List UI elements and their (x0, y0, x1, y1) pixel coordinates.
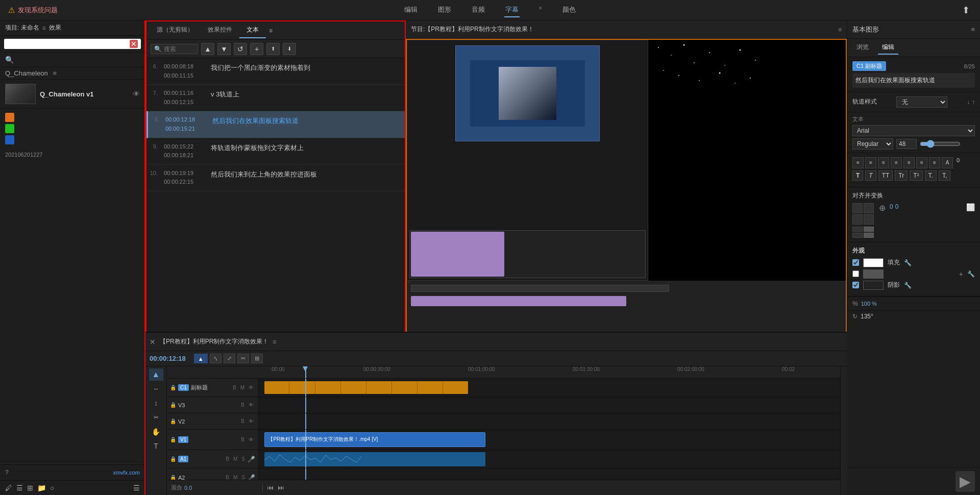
align-bottom-btn[interactable]: ≡ (929, 157, 940, 168)
v1-btn1[interactable]: B (239, 436, 246, 443)
menu-color[interactable]: 颜色 (561, 3, 577, 17)
eye-icon[interactable]: 👁 (133, 90, 140, 98)
website-link[interactable]: xmvfx.com (113, 469, 140, 476)
a1-clip[interactable] (264, 452, 485, 466)
timeline-menu-icon[interactable]: ≡ (273, 338, 276, 345)
timeline-prev-btn[interactable]: ⏮ (267, 484, 274, 491)
stroke-checkbox[interactable] (852, 270, 859, 277)
v1-btn2[interactable]: 👁 (247, 436, 255, 443)
close-icon[interactable]: ✕ (130, 40, 138, 48)
tool-roll-btn[interactable]: ⤢ (224, 354, 235, 363)
c1-btn1[interactable]: B (231, 384, 238, 391)
tool-razor-btn[interactable]: ✂ (237, 354, 249, 363)
expand-icon[interactable]: ⬜ (966, 203, 975, 225)
subtitle-item-7[interactable]: 7. 00:00:11:16 00:00:12:15 v 3轨道上 (146, 85, 405, 111)
grid-br[interactable] (864, 214, 874, 225)
lock-icon-v3[interactable]: 🔒 (170, 402, 176, 408)
subtitle-search-input[interactable] (164, 45, 194, 53)
allcaps-btn[interactable]: TT (878, 170, 893, 181)
bold-btn[interactable]: T (852, 170, 863, 181)
tool-ripple[interactable]: ↔ (149, 383, 163, 395)
chameleon-item[interactable]: Q_Chameleon v1 👁 (0, 80, 145, 109)
grid-tl[interactable] (852, 203, 863, 213)
arrow-down-icon[interactable]: ↓ (967, 98, 970, 106)
tab-browse[interactable]: 浏览 (852, 41, 873, 55)
menu-icon2[interactable]: ☰ (133, 484, 140, 492)
btn-up[interactable]: ▲ (201, 43, 214, 55)
clip-menu-icon[interactable]: ≡ (53, 69, 57, 77)
c1-btn2[interactable]: M (239, 384, 246, 391)
menu-audio[interactable]: 音频 (471, 3, 486, 17)
area-custom[interactable] (864, 233, 874, 238)
menu-icon3[interactable]: ≡ (838, 26, 842, 33)
effect-label[interactable]: 效果 (49, 23, 61, 32)
area-full[interactable] (864, 227, 874, 232)
btn-scroll-down[interactable]: ⬇ (283, 43, 296, 55)
timeline-close-btn[interactable]: ✕ (150, 338, 156, 346)
font-size-input[interactable] (896, 139, 917, 149)
color-orange[interactable] (5, 113, 14, 122)
menu-graphic[interactable]: 图形 (437, 3, 452, 17)
area-bottom[interactable] (852, 233, 863, 238)
list-icon[interactable]: ☰ (16, 484, 23, 492)
font-select[interactable]: Arial (852, 125, 975, 136)
tab-text[interactable]: 文本 (239, 22, 266, 38)
subtitle-text-box[interactable]: 然后我们在效果面板搜索轨道 (852, 73, 975, 88)
play-preview-icon[interactable]: ▶ (955, 471, 975, 492)
circle-icon[interactable]: ○ (50, 484, 54, 492)
btn-scroll-up[interactable]: ⬆ (266, 43, 280, 55)
lock-icon-c1[interactable]: 🔒 (170, 385, 176, 390)
eyedropper-icon[interactable]: 🔧 (904, 259, 912, 266)
fill-color-swatch[interactable] (863, 258, 884, 267)
align-extra-btn[interactable]: A (942, 157, 953, 168)
track-style-select[interactable]: 无 (896, 96, 947, 108)
v1-clip[interactable]: 【PR教程】利用PR制作文字消散效果！.mp4 [V] (264, 432, 485, 447)
subtitle-item-10[interactable]: 10. 00:00:19:19 00:00:22:15 然后我们来到左上角的效果… (146, 165, 405, 191)
grid-icon[interactable]: ⊞ (27, 484, 33, 492)
project-menu-icon[interactable]: ≡ (42, 24, 46, 32)
smallcaps-btn[interactable]: Tr (895, 170, 908, 181)
tool-text[interactable]: T (149, 440, 163, 452)
tool-hand[interactable]: ✋ (149, 426, 163, 438)
tool-ripple-btn[interactable]: ⤣ (210, 354, 222, 363)
eyedropper-icon2[interactable]: 🔧 (967, 270, 975, 278)
text-tab-menu[interactable]: ≡ (266, 27, 276, 34)
tool-slip[interactable]: ↨ (149, 397, 163, 409)
search-input[interactable] (4, 39, 141, 49)
lock-icon-v2[interactable]: 🔒 (170, 418, 176, 424)
v3-btn1[interactable]: B (239, 402, 246, 408)
tab-edit[interactable]: 编辑 (878, 41, 898, 55)
subtitle-item-8[interactable]: 8. 00:00:12:18 00:00:15:21 然后我们在效果面板搜索轨道 (146, 111, 405, 138)
fill-checkbox[interactable] (852, 259, 859, 266)
color-green[interactable] (5, 124, 14, 133)
add-icon[interactable]: + (959, 270, 963, 278)
a2-s-btn[interactable]: S (240, 474, 247, 480)
lock-icon-v1[interactable]: 🔒 (170, 437, 176, 442)
share-icon[interactable]: ⬆ (962, 5, 970, 16)
move-icon[interactable]: ⊕ (879, 203, 886, 225)
menu-edit[interactable]: 编辑 (403, 3, 419, 17)
timeline-next-btn[interactable]: ⏭ (278, 484, 284, 491)
a1-s-btn[interactable]: S (240, 456, 247, 462)
tool-slip-btn[interactable]: ⊞ (251, 354, 263, 363)
btn-refresh[interactable]: ↺ (234, 43, 247, 55)
font-size-slider[interactable] (920, 140, 961, 148)
arrow-up-icon[interactable]: ↑ (972, 98, 975, 106)
right-menu-icon[interactable]: ≡ (971, 26, 975, 33)
stroke-color-swatch[interactable] (863, 269, 884, 279)
grid-tr[interactable] (864, 203, 874, 213)
subtitle-clips[interactable] (264, 381, 468, 394)
shadow-color-swatch[interactable] (863, 281, 884, 290)
subscript-btn[interactable]: T. (925, 170, 937, 181)
eyedropper-icon3[interactable]: 🔧 (904, 282, 912, 289)
v2-btn2[interactable]: 👁 (247, 418, 255, 425)
subtitle-item-9[interactable]: 9. 00:00:15:22 00:00:18:21 将轨道制作蒙板拖到文字素材… (146, 138, 405, 165)
tool-razor2[interactable]: ✂ (149, 411, 163, 424)
tool-arrow[interactable]: ▲ (149, 368, 163, 381)
a1-m-btn[interactable]: M (232, 456, 239, 462)
tab-effect[interactable]: 效果控件 (201, 22, 239, 38)
a2-m-btn[interactable]: M (232, 474, 239, 480)
tool-select-btn[interactable]: ▲ (194, 354, 208, 363)
align-right-btn[interactable]: ≡ (878, 157, 889, 168)
v3-btn2[interactable]: 👁 (247, 402, 255, 408)
